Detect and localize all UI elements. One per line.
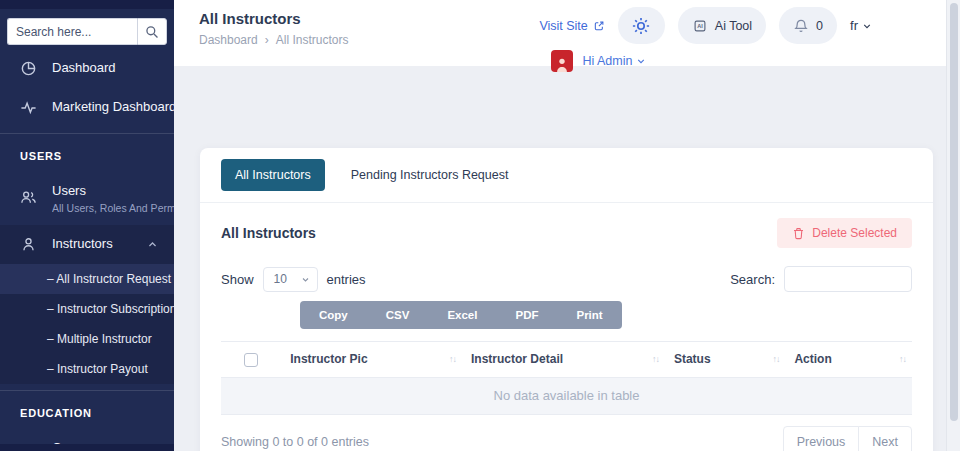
main-column: All Instructors Dashboard › All Instruct… — [174, 0, 960, 451]
column-status[interactable]: Status ↑↓ — [665, 342, 786, 378]
entries-summary: Showing 0 to 0 of 0 entries — [221, 435, 369, 449]
table-search: Search: — [730, 266, 912, 292]
instructors-table: Instructor Pic ↑↓ Instructor Detail ↑↓ S… — [221, 341, 912, 415]
svg-text:AI: AI — [697, 23, 703, 29]
users-icon — [20, 189, 37, 206]
sidebar: Dashboard Marketing Dashboard USERS — [0, 0, 174, 451]
sidebar-search — [7, 18, 167, 45]
length-control: Show 10 entries — [221, 267, 366, 292]
sidebar-bottom-strip — [0, 444, 174, 451]
top-header: All Instructors Dashboard › All Instruct… — [174, 0, 960, 66]
show-label: Show — [221, 272, 254, 287]
table-search-label: Search: — [730, 272, 775, 287]
empty-state-row: No data available in table — [221, 377, 912, 414]
column-instructor-detail[interactable]: Instructor Detail ↑↓ — [462, 342, 665, 378]
column-label: Instructor Detail — [471, 352, 563, 366]
sort-icon[interactable]: ↑↓ — [772, 354, 779, 364]
column-action[interactable]: Action ↑↓ — [785, 342, 912, 378]
previous-page-button[interactable]: Previous — [783, 426, 860, 451]
sidebar-item-label: Users — [52, 183, 86, 198]
trash-icon — [792, 227, 805, 240]
sort-icon[interactable]: ↑↓ — [652, 354, 659, 364]
delete-selected-label: Delete Selected — [812, 226, 897, 240]
tab-all-instructors[interactable]: All Instructors — [221, 159, 325, 191]
page-scrollbar[interactable] — [946, 0, 960, 451]
empty-state-message: No data available in table — [221, 377, 912, 414]
sidebar-subitem-multiple-instructor[interactable]: Multiple Instructor — [0, 324, 174, 354]
export-csv-button[interactable]: CSV — [367, 301, 429, 329]
sidebar-section-education: EDUCATION — [0, 391, 174, 427]
instructors-card: All Instructors Pending Instructors Requ… — [200, 148, 933, 451]
sidebar-subitem-instructor-subscription[interactable]: Instructor Subscription — [0, 294, 174, 324]
sidebar-item-users[interactable]: Users All Users, Roles And Permission — [0, 170, 174, 225]
visit-site-link[interactable]: Visit Site — [539, 19, 604, 33]
sort-icon[interactable]: ↑↓ — [899, 354, 906, 364]
table-footer: Showing 0 to 0 of 0 entries Previous Nex… — [200, 415, 933, 451]
select-all-checkbox[interactable] — [244, 353, 258, 367]
column-label: Instructor Pic — [290, 352, 367, 366]
delete-selected-button[interactable]: Delete Selected — [777, 218, 912, 248]
sidebar-item-body: Users All Users, Roles And Permission — [52, 181, 174, 214]
tab-pending-instructors-request[interactable]: Pending Instructors Request — [337, 159, 523, 191]
activity-icon — [20, 99, 37, 116]
export-copy-button[interactable]: Copy — [300, 301, 367, 329]
table-header-row: Instructor Pic ↑↓ Instructor Detail ↑↓ S… — [221, 342, 912, 378]
pagination: Previous Next — [783, 426, 912, 451]
content-area: All Instructors Pending Instructors Requ… — [174, 66, 960, 451]
pie-chart-icon — [20, 60, 37, 77]
sidebar-item-label: Instructors — [52, 237, 113, 252]
chevron-up-icon — [147, 239, 158, 250]
column-instructor-pic[interactable]: Instructor Pic ↑↓ — [281, 342, 462, 378]
export-pdf-button[interactable]: PDF — [496, 301, 557, 329]
language-selector[interactable]: fr — [850, 18, 872, 33]
page-length-select[interactable]: 10 — [263, 267, 318, 292]
greeting-label: Hi Admin — [582, 54, 632, 68]
section-title: All Instructors — [221, 225, 316, 241]
user-menu[interactable]: Hi Admin — [582, 54, 646, 68]
sidebar-item-dashboard[interactable]: Dashboard — [0, 49, 174, 88]
entries-label: entries — [327, 272, 366, 287]
scrollbar-thumb[interactable] — [950, 3, 958, 421]
avatar[interactable] — [551, 50, 573, 72]
sidebar-item-label: Dashboard — [52, 61, 116, 76]
page-length-value: 10 — [274, 272, 287, 286]
sidebar-search-input[interactable] — [7, 18, 137, 45]
sidebar-group-instructors: Instructors All Instructor Request Instr… — [0, 225, 174, 384]
external-link-icon — [593, 20, 605, 32]
sidebar-top-strip — [0, 0, 174, 9]
export-buttons: Copy CSV Excel PDF Print — [300, 301, 933, 329]
table-search-input[interactable] — [784, 266, 912, 292]
app-root: Dashboard Marketing Dashboard USERS — [0, 0, 960, 451]
sidebar-nav: Dashboard Marketing Dashboard USERS — [0, 49, 174, 451]
sidebar-item-subtitle: All Users, Roles And Permission — [52, 202, 174, 214]
sort-icon[interactable]: ↑↓ — [449, 354, 456, 364]
column-label: Action — [794, 352, 831, 366]
sidebar-subitem-instructor-payout[interactable]: Instructor Payout — [0, 354, 174, 384]
header-actions: Visit Site — [539, 7, 872, 72]
notifications-button[interactable]: 0 — [779, 7, 837, 44]
search-icon — [145, 25, 159, 39]
sidebar-subitem-all-instructor-request[interactable]: All Instructor Request — [0, 264, 174, 294]
breadcrumb-current: All Instructors — [276, 33, 349, 47]
notification-count: 0 — [816, 19, 823, 33]
breadcrumb-dashboard[interactable]: Dashboard — [199, 33, 258, 47]
export-excel-button[interactable]: Excel — [428, 301, 496, 329]
breadcrumb-separator: › — [265, 33, 269, 47]
bell-icon — [793, 18, 809, 34]
language-label: fr — [850, 18, 858, 33]
card-header: All Instructors Delete Selected — [200, 203, 933, 250]
next-page-button[interactable]: Next — [858, 426, 912, 451]
gear-icon — [631, 16, 651, 36]
column-label: Status — [674, 352, 711, 366]
ai-tool-button[interactable]: AI Ai Tool — [678, 7, 766, 44]
sidebar-item-label: Marketing Dashboard — [52, 100, 174, 115]
sidebar-item-instructors[interactable]: Instructors — [0, 225, 174, 264]
sidebar-section-users: USERS — [0, 134, 174, 170]
chevron-down-icon — [862, 21, 872, 31]
sidebar-search-button[interactable] — [137, 18, 167, 45]
sidebar-item-marketing-dashboard[interactable]: Marketing Dashboard — [0, 88, 174, 127]
settings-button[interactable] — [618, 7, 665, 44]
chevron-down-icon — [636, 56, 646, 66]
export-print-button[interactable]: Print — [557, 301, 621, 329]
person-icon — [20, 236, 37, 253]
